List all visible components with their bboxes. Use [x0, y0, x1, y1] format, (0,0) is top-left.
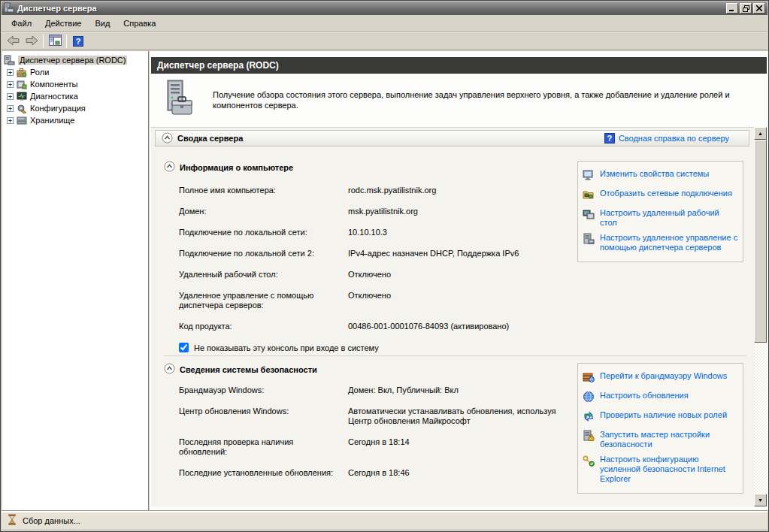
hide-console-checkbox[interactable] [179, 343, 189, 352]
collapse-chevron-icon[interactable] [164, 363, 175, 376]
back-button[interactable] [5, 34, 23, 49]
remote-management-icon [583, 233, 595, 252]
windows-update-icon [583, 391, 595, 405]
help-icon: ? [73, 36, 83, 47]
task-link-label[interactable]: Проверить наличие новых ролей [600, 410, 727, 425]
server-summary-help-link[interactable]: ? Сводная справка по серверу [604, 133, 729, 144]
menu-action[interactable]: Действие [38, 17, 88, 30]
tree-item-label[interactable]: Конфигурация [30, 104, 86, 113]
configuration-icon [17, 104, 27, 113]
hide-console-checkbox-label: Не показывать эту консоль при входе в си… [194, 343, 379, 352]
server-summary-help-label[interactable]: Сводная справка по серверу [619, 134, 729, 143]
help-button[interactable]: ? [69, 34, 87, 49]
tree-item-configuration[interactable]: + Конфигурация [2, 102, 148, 114]
security-wizard-icon [583, 430, 595, 449]
server-summary-title: Сводка сервера [177, 134, 243, 143]
info-row-last-installed: Последние установленные обновления: Сего… [179, 468, 589, 478]
tree-item-label[interactable]: Диагностика [30, 92, 78, 101]
server-manager-icon [4, 55, 15, 65]
system-properties-icon [583, 169, 595, 183]
info-row-domain: Домен: msk.pyatilistnik.org [179, 207, 589, 216]
info-row-last-check: Последняя проверка наличия обновлений: С… [179, 437, 589, 457]
task-link-label[interactable]: Настроить конфигурацию усиленной безопас… [600, 455, 738, 484]
security-info-title: Сведения системы безопасности [180, 365, 317, 374]
check-new-roles-link[interactable]: Проверить наличие новых ролей [583, 410, 738, 425]
roles-icon [17, 68, 27, 77]
status-bar: Сбор данных... [2, 511, 767, 529]
tree-item-features[interactable]: + Компоненты [2, 78, 148, 90]
toolbar-separator [66, 35, 67, 48]
collapse-chevron-icon[interactable] [162, 132, 173, 145]
restore-button[interactable] [740, 3, 752, 14]
row-value: rodc.msk.pyatilistnik.org [348, 186, 581, 195]
task-link-label[interactable]: Настроить обновления [600, 391, 689, 405]
configure-server-manager-remote-link[interactable]: Настроить удаленное управление с помощью… [583, 233, 738, 252]
close-button[interactable] [753, 3, 765, 14]
task-link-label[interactable]: Изменить свойства системы [600, 169, 709, 183]
info-row-product-id: Код продукта: 00486-001-0001076-84093 (а… [179, 322, 589, 331]
help-badge-icon: ? [604, 133, 615, 144]
view-network-connections-link[interactable]: Отобразить сетевые подключения [583, 189, 738, 203]
info-row-windows-update: Центр обновления Windows: Автоматически … [179, 407, 589, 426]
task-link-label[interactable]: Запустить мастер настройки безопасности [600, 430, 738, 449]
menu-file[interactable]: Файл [5, 17, 38, 30]
menu-view[interactable]: Вид [88, 17, 117, 30]
menu-bar: Файл Действие Вид Справка [2, 15, 767, 32]
scroll-up-button[interactable]: ▲ [754, 127, 767, 140]
expand-plus-icon[interactable]: + [7, 81, 14, 88]
expand-plus-icon[interactable]: + [7, 93, 14, 100]
collapse-chevron-icon[interactable] [164, 161, 175, 174]
tree-item-storage[interactable]: + Хранилище [2, 114, 148, 126]
tree-item-label[interactable]: Диспетчер сервера (RODC) [18, 56, 127, 65]
minimize-button[interactable] [726, 3, 738, 14]
row-label: Домен: [179, 207, 341, 216]
row-label: Последняя проверка наличия обновлений: [179, 437, 341, 457]
tree-item-diagnostics[interactable]: + Диагностика [2, 90, 148, 102]
go-to-firewall-link[interactable]: Перейти к брандмауэру Windows [583, 371, 738, 385]
info-row-lan2: Подключение по локальной сети 2: IPv4-ад… [179, 249, 589, 258]
security-info-section: Сведения системы безопасности Брандмауэр… [151, 363, 754, 478]
row-label: Удаленное управление с помощью диспетчер… [179, 291, 341, 310]
info-row-full-name: Полное имя компьютера: rodc.msk.pyatilis… [179, 186, 589, 195]
tree-item-label[interactable]: Хранилище [30, 116, 74, 125]
tree-item-label[interactable]: Компоненты [30, 80, 77, 89]
scroll-down-button[interactable]: ▼ [754, 494, 767, 506]
server-summary-header[interactable]: Сводка сервера ? Сводная справка по серв… [155, 130, 749, 147]
scrollbar-track[interactable] [754, 343, 767, 494]
row-value: Домен: Вкл, Публичный: Вкл [348, 385, 581, 395]
vertical-scrollbar[interactable]: ▲ ▼ [754, 127, 767, 506]
tree-item-server-manager[interactable]: Диспетчер сервера (RODC) [2, 54, 148, 66]
scroll-region: Сводка сервера ? Сводная справка по серв… [151, 127, 754, 506]
configure-ie-esc-link[interactable]: Настроить конфигурацию усиленной безопас… [583, 455, 738, 484]
task-link-label[interactable]: Отобразить сетевые подключения [600, 189, 732, 203]
change-system-properties-link[interactable]: Изменить свойства системы [583, 169, 738, 183]
hourglass-icon [8, 514, 17, 527]
menu-help[interactable]: Справка [117, 17, 162, 30]
task-link-label[interactable]: Настроить удаленное управление с помощью… [600, 233, 738, 252]
status-text: Сбор данных... [23, 516, 80, 525]
remote-desktop-icon [583, 208, 595, 228]
info-row-firewall: Брандмауэр Windows: Домен: Вкл, Публичны… [179, 385, 589, 395]
tree-item-label[interactable]: Роли [30, 68, 49, 77]
storage-icon [17, 116, 27, 125]
show-console-tree-button[interactable] [46, 34, 64, 49]
forward-button[interactable] [23, 34, 41, 49]
computer-info-rows: Полное имя компьютера: rodc.msk.pyatilis… [179, 186, 589, 331]
row-label: Центр обновления Windows: [179, 407, 341, 426]
task-link-label[interactable]: Перейти к брандмауэру Windows [600, 371, 727, 385]
configure-updates-link[interactable]: Настроить обновления [583, 391, 738, 405]
scrollbar-thumb[interactable] [754, 140, 767, 343]
title-bar[interactable]: Диспетчер сервера [2, 2, 767, 15]
section-divider [164, 355, 746, 356]
row-label: Подключение по локальной сети: [179, 228, 341, 237]
expand-plus-icon[interactable]: + [7, 69, 14, 76]
computer-info-section: Информация о компьютере Полное имя компь… [151, 161, 754, 352]
tree-item-roles[interactable]: + Роли [2, 66, 148, 78]
app-icon [4, 2, 14, 14]
task-link-label[interactable]: Настроить удаленный рабочий стол [600, 208, 738, 228]
expand-plus-icon[interactable]: + [7, 117, 14, 124]
expand-plus-icon[interactable]: + [7, 105, 14, 112]
configure-remote-desktop-link[interactable]: Настроить удаленный рабочий стол [583, 208, 738, 228]
ie-esc-keys-icon [583, 455, 595, 484]
run-security-wizard-link[interactable]: Запустить мастер настройки безопасности [583, 430, 738, 449]
